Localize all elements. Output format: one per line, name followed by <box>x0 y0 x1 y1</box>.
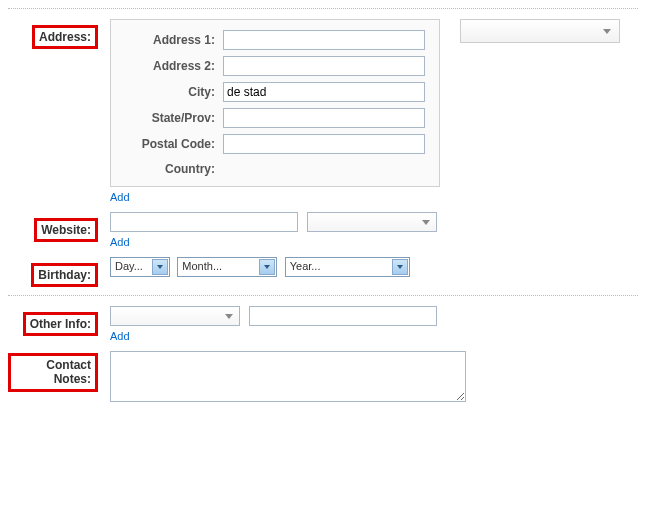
website-url-input[interactable] <box>110 212 298 232</box>
website-section-label: Website: <box>34 218 98 242</box>
postal-label: Postal Code: <box>115 137 223 151</box>
section-contact-notes: Contact Notes: <box>8 351 638 405</box>
chevron-down-icon <box>152 259 168 275</box>
birthday-month-select[interactable]: Month... <box>177 257 277 277</box>
website-add-link[interactable]: Add <box>110 236 130 248</box>
chevron-down-icon <box>392 259 408 275</box>
country-label: Country: <box>115 160 223 176</box>
birthday-year-select[interactable]: Year... <box>285 257 410 277</box>
other-info-add-link[interactable]: Add <box>110 330 130 342</box>
divider <box>8 8 638 9</box>
address1-input[interactable] <box>223 30 425 50</box>
divider <box>8 295 638 296</box>
chevron-down-icon <box>259 259 275 275</box>
birthday-day-value: Day... <box>115 260 143 272</box>
birthday-month-value: Month... <box>182 260 222 272</box>
other-info-section-label: Other Info: <box>23 312 98 336</box>
contact-notes-textarea[interactable] <box>110 351 466 402</box>
address-add-link[interactable]: Add <box>110 191 130 203</box>
contact-notes-section-label: Contact Notes: <box>8 353 98 392</box>
state-input[interactable] <box>223 108 425 128</box>
section-address: Address: Address 1: Address 2: City: Sta… <box>8 19 638 204</box>
birthday-year-value: Year... <box>290 260 321 272</box>
address-type-select[interactable] <box>460 19 620 43</box>
section-birthday: Birthday: Day... Month... Year... <box>8 257 638 287</box>
other-info-value-input[interactable] <box>249 306 437 326</box>
birthday-section-label: Birthday: <box>31 263 98 287</box>
section-other-info: Other Info: Add <box>8 306 638 343</box>
city-label: City: <box>115 85 223 99</box>
birthday-day-select[interactable]: Day... <box>110 257 170 277</box>
address2-input[interactable] <box>223 56 425 76</box>
city-input[interactable] <box>223 82 425 102</box>
section-website: Website: Add <box>8 212 638 249</box>
website-type-select[interactable] <box>307 212 437 232</box>
address2-label: Address 2: <box>115 59 223 73</box>
address1-label: Address 1: <box>115 33 223 47</box>
postal-input[interactable] <box>223 134 425 154</box>
other-info-type-select[interactable] <box>110 306 240 326</box>
state-label: State/Prov: <box>115 111 223 125</box>
address-section-label: Address: <box>32 25 98 49</box>
address-panel: Address 1: Address 2: City: State/Prov: … <box>110 19 440 187</box>
